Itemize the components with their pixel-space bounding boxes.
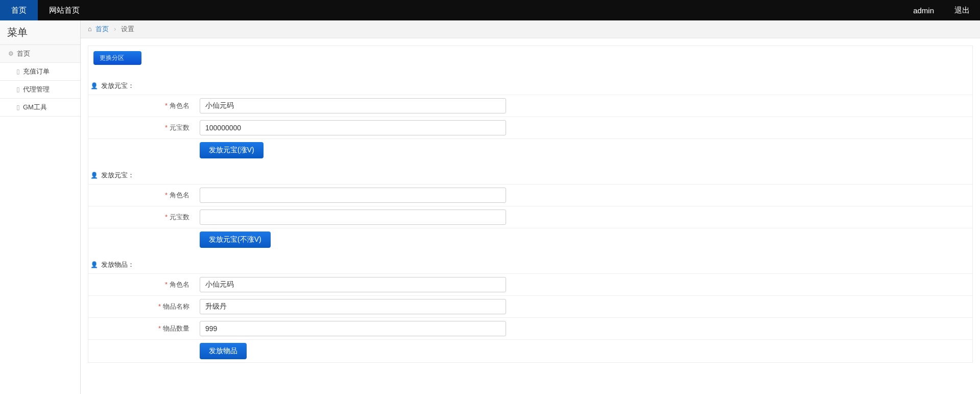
amount-input[interactable] (200, 120, 506, 135)
content: ⌂ 首页 › 设置 更换分区 👤 发放元宝： *角色名 (81, 20, 980, 394)
role-label: 角色名 (170, 281, 189, 288)
document-icon: ▯ (16, 68, 20, 75)
field-cell: 发放元宝(不涨V) (196, 228, 972, 251)
label-cell: *物品数量 (88, 318, 196, 340)
required-mark: * (158, 303, 161, 310)
nav-user-label: admin (913, 6, 934, 15)
amount-label: 元宝数 (170, 124, 189, 131)
breadcrumb-home-link[interactable]: 首页 (95, 25, 109, 33)
section-yuanbao-nv: 👤 发放元宝： *角色名 *元宝数 (88, 171, 972, 251)
field-cell (196, 206, 972, 228)
role-label: 角色名 (170, 191, 189, 199)
sidebar-title: 菜单 (0, 20, 80, 45)
sidebar-group-home-label: 首页 (17, 49, 30, 58)
send-yuanbao-nv-button[interactable]: 发放元宝(不涨V) (200, 231, 271, 248)
nav-site-home[interactable]: 网站首页 (38, 0, 91, 20)
user-icon: 👤 (90, 172, 98, 179)
main-wrapper: 菜单 ⚙ 首页 ▯ 充值订单 ▯ 代理管理 ▯ GM工具 ⌂ 首页 › 设置 更… (0, 20, 980, 394)
section-title: 👤 发放物品： (90, 260, 972, 269)
breadcrumb-sep: › (114, 25, 116, 33)
amount-input[interactable] (200, 210, 506, 225)
label-cell: *元宝数 (88, 117, 196, 139)
label-cell: *物品名称 (88, 296, 196, 318)
sidebar-item-label: 充值订单 (23, 67, 50, 76)
form-table: *角色名 *元宝数 (88, 95, 972, 161)
item-qty-input[interactable] (200, 321, 506, 336)
field-cell (196, 296, 972, 318)
nav-user[interactable]: admin (903, 0, 944, 20)
section-item: 👤 发放物品： *角色名 *物品名称 (88, 260, 972, 362)
sidebar-item-gm[interactable]: ▯ GM工具 (0, 99, 80, 117)
label-cell (88, 139, 196, 162)
nav-site-home-label: 网站首页 (49, 6, 80, 15)
home-icon: ⌂ (88, 25, 92, 33)
send-yuanbao-v-button[interactable]: 发放元宝(涨V) (200, 142, 264, 158)
user-icon: 👤 (90, 82, 98, 89)
label-cell: *角色名 (88, 95, 196, 117)
section-yuanbao-v: 👤 发放元宝： *角色名 *元宝数 (88, 81, 972, 161)
item-name-label: 物品名称 (163, 303, 189, 310)
required-mark: * (165, 191, 168, 199)
role-label: 角色名 (170, 102, 189, 109)
sidebar-item-label: GM工具 (23, 103, 47, 112)
field-cell (196, 274, 972, 296)
form-table: *角色名 *物品名称 (88, 273, 972, 362)
section-title: 👤 发放元宝： (90, 81, 972, 90)
nav-right: admin 退出 (903, 0, 980, 20)
field-cell (196, 117, 972, 139)
form-table: *角色名 *元宝数 (88, 184, 972, 251)
document-icon: ▯ (16, 86, 20, 93)
sidebar-group-home[interactable]: ⚙ 首页 (0, 45, 80, 63)
required-mark: * (158, 325, 161, 332)
nav-logout-label: 退出 (954, 6, 970, 15)
field-cell: 发放元宝(涨V) (196, 139, 972, 162)
user-icon: 👤 (90, 261, 98, 268)
send-item-button[interactable]: 发放物品 (200, 343, 247, 359)
field-cell: 发放物品 (196, 340, 972, 363)
role-input[interactable] (200, 98, 506, 113)
main-panel: 更换分区 👤 发放元宝： *角色名 (88, 45, 973, 363)
nav-logout[interactable]: 退出 (944, 0, 980, 20)
sidebar-remainder (0, 117, 80, 394)
breadcrumb-current: 设置 (121, 25, 134, 33)
required-mark: * (165, 281, 168, 288)
sidebar-item-recharge[interactable]: ▯ 充值订单 (0, 63, 80, 81)
role-input[interactable] (200, 188, 506, 203)
amount-label: 元宝数 (170, 213, 189, 221)
sidebar-item-label: 代理管理 (23, 85, 50, 94)
section-title-text: 发放物品： (101, 260, 134, 269)
field-cell (196, 318, 972, 340)
label-cell: *角色名 (88, 274, 196, 296)
label-cell (88, 228, 196, 251)
section-title: 👤 发放元宝： (90, 171, 972, 180)
sidebar: 菜单 ⚙ 首页 ▯ 充值订单 ▯ 代理管理 ▯ GM工具 (0, 20, 81, 394)
nav-spacer (91, 0, 903, 20)
role-input[interactable] (200, 277, 506, 292)
field-cell (196, 184, 972, 206)
section-title-text: 发放元宝： (101, 81, 134, 90)
required-mark: * (165, 213, 168, 221)
item-qty-label: 物品数量 (163, 325, 189, 332)
breadcrumb: ⌂ 首页 › 设置 (81, 20, 980, 38)
top-nav: 首页 网站首页 admin 退出 (0, 0, 980, 20)
document-icon: ▯ (16, 104, 20, 111)
label-cell: *角色名 (88, 184, 196, 206)
switch-zone-button[interactable]: 更换分区 (93, 51, 141, 65)
sidebar-item-agent[interactable]: ▯ 代理管理 (0, 81, 80, 99)
field-cell (196, 95, 972, 117)
section-title-text: 发放元宝： (101, 171, 134, 180)
required-mark: * (165, 102, 168, 109)
required-mark: * (165, 124, 168, 131)
gear-icon: ⚙ (8, 50, 14, 57)
label-cell: *元宝数 (88, 206, 196, 228)
nav-home-tab[interactable]: 首页 (0, 0, 38, 20)
nav-left: 首页 网站首页 (0, 0, 91, 20)
label-cell (88, 340, 196, 363)
item-name-input[interactable] (200, 299, 506, 314)
nav-home-label: 首页 (11, 6, 27, 15)
